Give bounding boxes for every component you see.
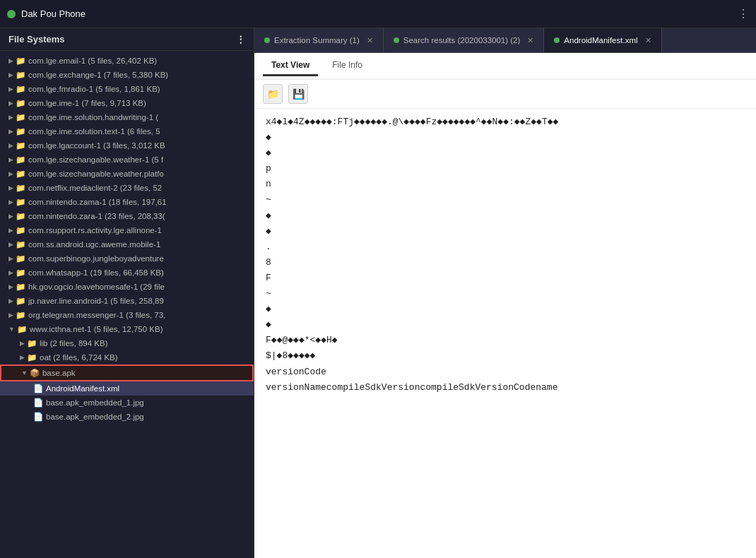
item-label: com.lge.lgaccount-1 (3 files, 3,012 KB	[28, 141, 165, 150]
tab-extraction-summary[interactable]: Extraction Summary (1)✕	[254, 28, 384, 52]
device-status-dot	[7, 10, 16, 18]
item-label: com.lge.fmradio-1 (5 files, 1,861 KB)	[28, 85, 160, 93]
sub-tab-bar: Text ViewFile Info	[254, 53, 756, 80]
top-bar-menu-icon[interactable]: ⋮	[738, 7, 749, 20]
item-label: org.telegram.messenger-1 (3 files, 73,	[28, 311, 165, 319]
sidebar-item-base-apk-embedded-2[interactable]: 📄base.apk_embedded_2.jpg	[0, 410, 254, 424]
save-button[interactable]: 💾	[288, 84, 308, 104]
content-line: 8	[266, 255, 745, 271]
content-line: versionCode	[266, 364, 745, 380]
sidebar-item-com-lge-sizechangable-weather[interactable]: ▶📁com.lge.sizechangable.weather-1 (5 f	[0, 153, 254, 167]
item-label: lib (2 files, 894 KB)	[40, 339, 108, 348]
item-label: hk.gov.ogcio.leavehomesafe-1 (29 file	[28, 283, 165, 291]
main-layout: File Systems ⋮ ▶📁com.lge.email-1 (5 file…	[0, 28, 756, 558]
content-line: versionNamecompileSdkVersioncompileSdkVe…	[266, 380, 745, 396]
sidebar-item-com-lge-lgaccount[interactable]: ▶📁com.lge.lgaccount-1 (3 files, 3,012 KB	[0, 138, 254, 153]
content-toolbar: 📁 💾	[254, 80, 756, 109]
content-area: x4◆l◆4Z◆◆◆◆◆:FTj◆◆◆◆◆◆.@\◆◆◆◆Fz◆◆◆◆◆◆◆^◆…	[254, 109, 756, 558]
item-label: jp.naver.line.android-1 (5 files, 258,89	[28, 297, 164, 305]
sidebar-menu-icon[interactable]: ⋮	[236, 34, 245, 44]
content-line: ◆	[266, 208, 745, 224]
item-label: com.lge.sizechangable.weather-1 (5 f	[28, 155, 163, 164]
content-line: ~	[266, 192, 745, 208]
tab-androidmanifest-xml[interactable]: AndroidManifest.xml✕	[544, 28, 661, 52]
device-name: Dak Pou Phone	[21, 8, 738, 19]
right-panel: Extraction Summary (1)✕Search results (2…	[254, 28, 756, 558]
item-label: com.nintendo.zara-1 (23 files, 208,33(	[28, 212, 165, 220]
sidebar-header: File Systems ⋮	[0, 28, 254, 51]
content-line: x4◆l◆4Z◆◆◆◆◆:FTj◆◆◆◆◆◆.@\◆◆◆◆Fz◆◆◆◆◆◆◆^◆…	[266, 114, 745, 130]
item-label: oat (2 files, 6,724 KB)	[40, 353, 118, 362]
sidebar-item-base-apk-embedded-1[interactable]: 📄base.apk_embedded_1.jpg	[0, 396, 254, 410]
sidebar-item-com-lge-ime-solution-text[interactable]: ▶📁com.lge.ime.solution.text-1 (6 files, …	[0, 124, 254, 138]
content-line: .	[266, 239, 745, 255]
item-label: com.nintendo.zama-1 (18 files, 197,61	[28, 198, 167, 206]
content-line: F◆◆@◆◆◆*<◆◆H◆	[266, 333, 745, 348]
content-line: F	[266, 271, 745, 286]
item-label: com.lge.ime.solution.text-1 (6 files, 5	[28, 127, 160, 136]
item-label: base.apk_embedded_1.jpg	[46, 398, 144, 407]
item-label: com.ss.android.ugc.aweme.mobile-1	[28, 240, 160, 249]
content-line: $|◆8◆◆◆◆◆	[266, 348, 745, 364]
sidebar-item-com-superbinogo[interactable]: ▶📁com.superbinogo.jungleboyadventure	[0, 251, 254, 266]
sidebar-title: File Systems	[8, 34, 65, 44]
sidebar-item-com-whatsapp[interactable]: ▶📁com.whatsapp-1 (19 files, 66,458 KB)	[0, 266, 254, 280]
sidebar-item-com-lge-ime[interactable]: ▶📁com.lge.ime-1 (7 files, 9,713 KB)	[0, 96, 254, 110]
open-folder-button[interactable]: 📁	[263, 84, 283, 104]
sidebar-item-androidmanifest[interactable]: 📄AndroidManifest.xml	[0, 381, 254, 396]
content-line: ◆	[266, 224, 745, 239]
sidebar-item-com-rsupport-rs-activity[interactable]: ▶📁com.rsupport.rs.activity.lge.allinone-…	[0, 223, 254, 237]
sidebar-item-www-icthna-net[interactable]: ▼📁www.icthna.net-1 (5 files, 12,750 KB)	[0, 322, 254, 336]
item-label: com.lge.sizechangable.weather.platfo	[28, 170, 164, 178]
item-label: com.lge.exchange-1 (7 files, 5,380 KB)	[28, 71, 168, 79]
tab-search-results[interactable]: Search results (2020033001) (2)✕	[384, 28, 545, 52]
item-label: com.whatsapp-1 (19 files, 66,458 KB)	[28, 268, 164, 277]
sidebar-item-jp-naver-line[interactable]: ▶📁jp.naver.line.android-1 (5 files, 258,…	[0, 294, 254, 308]
sidebar-item-com-lge-exchange[interactable]: ▶📁com.lge.exchange-1 (7 files, 5,380 KB)	[0, 68, 254, 82]
sidebar-item-oat[interactable]: ▶📁oat (2 files, 6,724 KB)	[0, 350, 254, 364]
item-label: com.lge.ime.solution.handwriting-1 (	[28, 113, 158, 121]
item-label: AndroidManifest.xml	[46, 384, 119, 393]
content-line: n	[266, 177, 745, 192]
sidebar-item-hk-gov-ogcio[interactable]: ▶📁hk.gov.ogcio.leavehomesafe-1 (29 file	[0, 280, 254, 294]
tab-bar: Extraction Summary (1)✕Search results (2…	[254, 28, 756, 53]
sidebar: File Systems ⋮ ▶📁com.lge.email-1 (5 file…	[0, 28, 254, 558]
sidebar-item-com-nintendo-zama[interactable]: ▶📁com.nintendo.zama-1 (18 files, 197,61	[0, 195, 254, 209]
sidebar-item-org-telegram[interactable]: ▶📁org.telegram.messenger-1 (3 files, 73,	[0, 308, 254, 322]
item-label: base.apk	[42, 369, 76, 377]
sidebar-item-com-nintendo-zara[interactable]: ▶📁com.nintendo.zara-1 (23 files, 208,33(	[0, 209, 254, 223]
sidebar-item-com-lge-fmradio[interactable]: ▶📁com.lge.fmradio-1 (5 files, 1,861 KB)	[0, 82, 254, 96]
sub-tab-text-view[interactable]: Text View	[263, 56, 318, 76]
content-line: p	[266, 161, 745, 177]
item-label: com.netflix.mediaclient-2 (23 files, 52	[28, 184, 162, 192]
sidebar-item-com-lge-ime-solution-handwriting[interactable]: ▶📁com.lge.ime.solution.handwriting-1 (	[0, 110, 254, 124]
top-bar: Dak Pou Phone ⋮	[0, 0, 756, 28]
sidebar-content: ▶📁com.lge.email-1 (5 files, 26,402 KB)▶📁…	[0, 51, 254, 558]
content-line: ~	[266, 286, 745, 302]
item-label: com.rsupport.rs.activity.lge.allinone-1	[28, 226, 162, 235]
sidebar-item-com-netflix-mediaclient[interactable]: ▶📁com.netflix.mediaclient-2 (23 files, 5…	[0, 181, 254, 195]
sub-tab-file-info[interactable]: File Info	[324, 56, 371, 76]
sidebar-item-com-lge-email[interactable]: ▶📁com.lge.email-1 (5 files, 26,402 KB)	[0, 54, 254, 68]
item-label: www.icthna.net-1 (5 files, 12,750 KB)	[30, 325, 163, 333]
sidebar-item-lib[interactable]: ▶📁lib (2 files, 894 KB)	[0, 336, 254, 350]
content-line: ◆	[266, 130, 745, 146]
item-label: com.lge.ime-1 (7 files, 9,713 KB)	[28, 99, 146, 107]
sidebar-item-com-ss-android-ugc[interactable]: ▶📁com.ss.android.ugc.aweme.mobile-1	[0, 237, 254, 251]
item-label: com.superbinogo.jungleboyadventure	[28, 254, 164, 263]
sidebar-item-com-lge-sizechangable-weather-plat[interactable]: ▶📁com.lge.sizechangable.weather.platfo	[0, 167, 254, 181]
content-line: ◆	[266, 302, 745, 317]
item-label: com.lge.email-1 (5 files, 26,402 KB)	[28, 57, 157, 65]
sidebar-item-base-apk[interactable]: ▼📦base.apk	[0, 364, 254, 381]
content-line: ◆	[266, 317, 745, 333]
content-line: ◆	[266, 146, 745, 161]
item-label: base.apk_embedded_2.jpg	[46, 412, 144, 421]
